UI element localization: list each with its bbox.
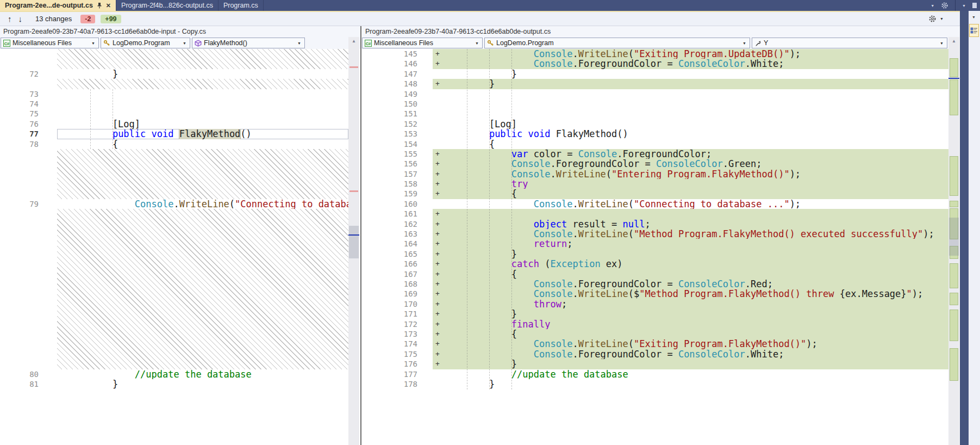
code-text[interactable]: public void FlakyMethod() — [433, 129, 948, 139]
code-text[interactable]: + catch (Exception ex) — [433, 259, 948, 269]
code-line-156: 156+ Console.ForegroundColor = ConsoleCo… — [362, 159, 948, 169]
code-text[interactable]: + Console.ForegroundColor = ConsoleColor… — [433, 159, 948, 169]
tab-program-cs[interactable]: Program.cs — [219, 0, 264, 11]
code-line-161: 161+ — [362, 209, 948, 219]
code-line-165: 165+ } — [362, 249, 948, 259]
code-text[interactable]: + } — [433, 249, 948, 259]
code-text[interactable]: { — [57, 139, 348, 149]
code-text[interactable]: + Console.WriteLine($"Method Program.Fla… — [433, 289, 948, 299]
code-text[interactable]: + try — [433, 179, 948, 189]
code-text[interactable] — [433, 99, 948, 109]
code-text[interactable]: [Log] — [57, 119, 348, 129]
code-text[interactable] — [57, 109, 348, 119]
diff-settings-gear-icon[interactable] — [928, 15, 937, 23]
panel-chevron-icon[interactable]: ▼ — [962, 4, 966, 8]
code-text[interactable]: + object result = null; — [433, 219, 948, 229]
code-line-150: 150 — [362, 99, 948, 109]
strip-chevron-icon[interactable]: ▼ — [972, 15, 976, 19]
code-text[interactable]: + — [433, 209, 948, 219]
code-text[interactable]: + } — [433, 359, 948, 369]
left-project-dropdown[interactable]: C# Miscellaneous Files ▼ — [1, 38, 99, 48]
code-text[interactable]: + } — [433, 309, 948, 319]
left-member-dropdown[interactable]: FlakyMethod() ▼ — [192, 38, 305, 48]
code-text[interactable]: + return; — [433, 239, 948, 249]
code-line-145: 145+ Console.WriteLine("Exiting Program.… — [362, 49, 948, 59]
code-text[interactable]: + finally — [433, 319, 948, 329]
previous-change-button[interactable]: ↑ — [4, 14, 15, 23]
code-text[interactable]: + throw; — [433, 299, 948, 309]
code-line-78: 78 { — [0, 139, 348, 149]
code-text[interactable] — [57, 99, 348, 109]
gear-icon[interactable] — [941, 2, 948, 9]
chevron-down-icon: ▼ — [741, 41, 747, 45]
code-text[interactable]: + Console.ForegroundColor = ConsoleColor… — [433, 59, 948, 69]
code-text[interactable]: + } — [433, 79, 948, 89]
line-number: 147 — [362, 69, 433, 79]
code-text[interactable]: //update the database — [57, 369, 348, 379]
line-number: 166 — [362, 259, 433, 269]
document-map-button[interactable] — [969, 24, 979, 37]
code-text[interactable]: + { — [433, 329, 948, 339]
code-text[interactable]: { — [433, 139, 948, 149]
tab-program-2ee-output[interactable]: Program-2ee...de-output.cs ✕ — [0, 0, 116, 11]
line-number: 80 — [0, 369, 57, 379]
right-vertical-scrollbar[interactable]: ▲ — [948, 37, 959, 445]
additions-badge: +99 — [101, 15, 121, 23]
added-line-marker: + — [435, 319, 440, 329]
line-number: 164 — [362, 239, 433, 249]
dropdown-value: Miscellaneous Files — [13, 39, 72, 47]
code-text[interactable]: + Console.WriteLine("Entering Program.Fl… — [433, 169, 948, 179]
addition-mark — [950, 293, 958, 305]
tab-program-2f4b-output[interactable]: Program-2f4b...826c-output.cs — [116, 0, 219, 11]
code-line-154: 154 { — [362, 139, 948, 149]
code-text[interactable]: } — [433, 69, 948, 79]
diff-settings-chevron-icon[interactable]: ▼ — [940, 17, 944, 21]
pane-splitter[interactable] — [360, 26, 361, 445]
addition-mark — [950, 58, 958, 77]
code-text[interactable]: [Log] — [433, 119, 948, 129]
scroll-up-arrow-icon[interactable]: ▲ — [948, 37, 959, 46]
left-type-dropdown[interactable]: LogDemo.Program ▼ — [101, 38, 190, 48]
code-text[interactable]: + var color = Console.ForegroundColor; — [433, 149, 948, 159]
right-type-dropdown[interactable]: LogDemo.Program ▼ — [484, 38, 750, 48]
code-text[interactable]: public void FlakyMethod() — [57, 129, 348, 139]
tab-list-chevron-icon[interactable]: ▼ — [931, 4, 934, 8]
code-line-173: 173+ { — [362, 329, 948, 339]
code-text[interactable]: + Console.WriteLine("Method Program.Flak… — [433, 229, 948, 239]
code-text[interactable]: + { — [433, 189, 948, 199]
code-line-148: 148+ } — [362, 79, 948, 89]
code-line-79: 79 Console.WriteLine("Connecting to data… — [0, 199, 348, 209]
added-line-marker: + — [435, 179, 440, 189]
code-text[interactable] — [433, 89, 948, 99]
line-number: 163 — [362, 229, 433, 239]
code-line-177: 177 //update the database — [362, 369, 948, 379]
code-text[interactable] — [57, 89, 348, 99]
code-text[interactable]: + Console.WriteLine("Exiting Program.Fla… — [433, 339, 948, 349]
left-vertical-scrollbar[interactable]: ▲ — [348, 37, 359, 445]
right-project-dropdown[interactable]: C# Miscellaneous Files ▼ — [362, 38, 483, 48]
added-line-marker: + — [435, 309, 440, 319]
code-text[interactable]: } — [433, 379, 948, 389]
code-text[interactable]: + Console.ForegroundColor = ConsoleColor… — [433, 279, 948, 289]
code-text[interactable]: Console.WriteLine("Connecting to databas… — [57, 199, 348, 209]
collapsed-diff-region — [57, 149, 348, 199]
pin-icon[interactable] — [97, 2, 102, 9]
close-icon[interactable]: ✕ — [106, 2, 111, 9]
chevron-down-icon: ▼ — [474, 41, 480, 45]
code-text[interactable]: } — [57, 379, 348, 389]
panel-icon[interactable] — [972, 3, 977, 8]
code-line-176: 176+ } — [362, 359, 948, 369]
code-line-151: 151 — [362, 109, 948, 119]
code-text[interactable]: + Console.ForegroundColor = ConsoleColor… — [433, 349, 948, 359]
code-text[interactable]: + { — [433, 269, 948, 279]
next-change-button[interactable]: ↓ — [15, 14, 26, 23]
code-text[interactable]: Console.WriteLine("Connecting to databas… — [433, 199, 948, 209]
scroll-up-arrow-icon[interactable]: ▲ — [348, 37, 359, 46]
code-text[interactable] — [433, 109, 948, 119]
code-line-158: 158+ try — [362, 179, 948, 189]
code-text[interactable]: + Console.WriteLine("Exiting Program.Upd… — [433, 49, 948, 59]
code-text[interactable]: } — [57, 69, 348, 79]
line-number: 150 — [362, 99, 433, 109]
code-text[interactable]: //update the database — [433, 369, 948, 379]
right-member-dropdown[interactable]: Y ▼ — [752, 38, 947, 48]
